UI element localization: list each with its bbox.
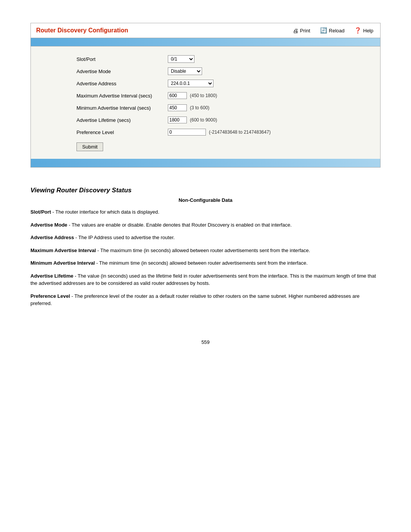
panel-body: Slot/Port 0/1 0/2 0/3 Advertise Mode Dis… [31,46,380,159]
page-number: 559 [201,339,210,345]
min-advertise-row: Minimum Advertise Interval (secs) (3 to … [76,103,369,113]
print-button[interactable]: 🖨 Print [291,27,312,35]
doc-term-lifetime: Advertise Lifetime [30,273,73,279]
advertise-mode-row: Advertise Mode Disable Enable [76,66,369,76]
min-advertise-control: (3 to 600) [168,104,209,111]
doc-paragraph-preference: Preference Level - The preference level … [30,292,381,307]
advertise-mode-control: Disable Enable [168,67,202,75]
min-advertise-label: Minimum Advertise Interval (secs) [76,105,168,111]
doc-subtitle: Non-Configurable Data [30,197,381,203]
preference-level-label: Preference Level [76,129,168,135]
doc-paragraph-advertise-address: Advertise Address - The IP Address used … [30,234,381,241]
slot-port-select[interactable]: 0/1 0/2 0/3 [168,55,194,63]
doc-text-slot-port: - The router interface for which data is… [51,209,159,215]
preference-level-control: (-2147483648 to 2147483647) [168,129,271,136]
max-advertise-hint: (450 to 1800) [190,93,217,98]
submit-row: Submit [76,142,369,151]
advertise-address-control: 224.0.0.1 255.255.255.255 [168,80,213,87]
help-label: Help [363,28,373,34]
blue-bar-top [31,38,380,46]
doc-term-slot-port: Slot/Port [30,209,51,215]
advertise-address-label: Advertise Address [76,81,168,86]
doc-text-max-interval: - The maximum time (in seconds) allowed … [96,248,310,253]
advertise-lifetime-control: (600 to 9000) [168,117,217,123]
min-advertise-input[interactable] [168,104,187,111]
doc-paragraph-advertise-mode: Advertise Mode - The values are enable o… [30,221,381,229]
advertise-lifetime-input[interactable] [168,117,187,123]
advertise-lifetime-hint: (600 to 9000) [190,117,217,123]
slot-port-control: 0/1 0/2 0/3 [168,55,194,63]
doc-paragraph-lifetime: Advertise Lifetime - The value (in secon… [30,272,381,287]
reload-icon: 🔄 [320,27,327,34]
max-advertise-label: Maximum Advertise Interval (secs) [76,93,168,99]
min-advertise-hint: (3 to 600) [190,105,209,110]
print-icon: 🖨 [293,27,298,34]
preference-level-input[interactable] [168,129,206,136]
slot-port-label: Slot/Port [76,56,168,62]
reload-label: Reload [329,28,344,34]
advertise-address-row: Advertise Address 224.0.0.1 255.255.255.… [76,78,369,88]
slot-port-row: Slot/Port 0/1 0/2 0/3 [76,54,369,64]
doc-text-advertise-address: - The IP Address used to advertise the r… [74,235,175,240]
submit-button[interactable]: Submit [76,142,103,151]
advertise-lifetime-row: Advertise Lifetime (secs) (600 to 9000) [76,115,369,125]
doc-paragraph-min-interval: Minimum Advertise Interval - The minimum… [30,259,381,267]
help-button[interactable]: ❓ Help [353,26,375,35]
doc-term-min-interval: Minimum Advertise Interval [30,260,95,266]
preference-level-hint: (-2147483648 to 2147483647) [209,129,271,135]
help-icon: ❓ [354,27,362,34]
panel-toolbar: 🖨 Print 🔄 Reload ❓ Help [291,26,375,35]
doc-paragraph-max-interval: Maximum Advertise Interval - The maximum… [30,247,381,254]
advertise-lifetime-label: Advertise Lifetime (secs) [76,117,168,123]
doc-text-min-interval: - The minimum time (in seconds) allowed … [95,260,307,266]
preference-level-row: Preference Level (-2147483648 to 2147483… [76,127,369,137]
panel-title: Router Discovery Configuration [36,27,128,34]
reload-button[interactable]: 🔄 Reload [319,26,346,35]
config-panel: Router Discovery Configuration 🖨 Print 🔄… [30,23,381,168]
max-advertise-row: Maximum Advertise Interval (secs) (450 t… [76,91,369,101]
max-advertise-input[interactable] [168,92,187,99]
blue-bar-bottom [31,159,380,167]
advertise-mode-select[interactable]: Disable Enable [168,67,202,75]
advertise-address-select[interactable]: 224.0.0.1 255.255.255.255 [168,80,213,87]
panel-header: Router Discovery Configuration 🖨 Print 🔄… [31,23,380,38]
doc-paragraph-slot-port: Slot/Port - The router interface for whi… [30,208,381,216]
advertise-mode-label: Advertise Mode [76,69,168,74]
doc-term-preference: Preference Level [30,293,70,299]
doc-title: Viewing Router Discovery Status [30,187,381,194]
doc-section: Viewing Router Discovery Status Non-Conf… [30,183,381,316]
print-label: Print [300,28,310,34]
doc-term-advertise-address: Advertise Address [30,235,74,240]
doc-text-preference: - The preference level of the router as … [30,293,360,307]
page-footer: 559 [30,339,381,345]
doc-term-advertise-mode: Advertise Mode [30,222,67,228]
max-advertise-control: (450 to 1800) [168,92,217,99]
doc-text-lifetime: - The value (in seconds) used as the lif… [30,273,376,286]
doc-text-advertise-mode: - The values are enable or disable. Enab… [67,222,292,228]
doc-term-max-interval: Maximum Advertise Interval [30,248,96,253]
